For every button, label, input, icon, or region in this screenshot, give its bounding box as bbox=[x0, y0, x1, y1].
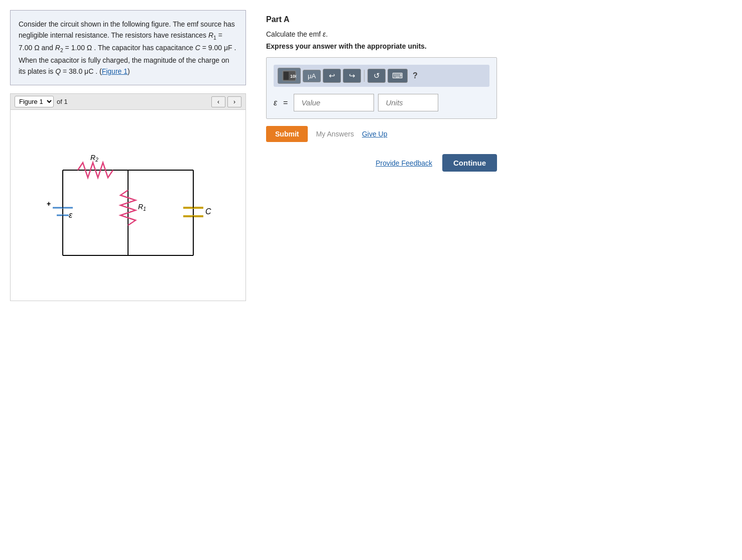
figure-next-button[interactable]: › bbox=[227, 96, 241, 107]
figure-of-label: of 1 bbox=[57, 98, 68, 105]
figure-panel: Figure 1 of 1 ‹ › bbox=[10, 93, 246, 301]
left-panel: Consider the circuit shown in the follow… bbox=[10, 10, 246, 550]
problem-box: Consider the circuit shown in the follow… bbox=[10, 10, 246, 85]
part-instruction-bold: Express your answer with the appropriate… bbox=[266, 42, 722, 50]
epsilon-label: ε bbox=[274, 98, 277, 107]
right-panel: Part A Calculate the emf ε. Express your… bbox=[256, 10, 732, 550]
problem-text: Consider the circuit shown in the follow… bbox=[19, 20, 236, 75]
svg-text:ε: ε bbox=[69, 211, 73, 219]
svg-rect-20 bbox=[284, 72, 289, 80]
continue-button[interactable]: Continue bbox=[442, 154, 497, 172]
toolbar-undo-button[interactable]: ↩ bbox=[323, 69, 341, 83]
action-row: Submit My Answers Give Up bbox=[266, 126, 722, 142]
provide-feedback-link[interactable]: Provide Feedback bbox=[376, 159, 432, 167]
toolbar-help-button[interactable]: ? bbox=[410, 70, 421, 81]
toolbar-100-button[interactable]: 100 bbox=[278, 68, 301, 84]
toolbar-ua-label: μA bbox=[308, 72, 316, 80]
figure-content: + ε R2 R1 bbox=[11, 110, 245, 301]
svg-text:R2: R2 bbox=[90, 154, 98, 163]
figure-link[interactable]: Figure 1 bbox=[102, 67, 128, 75]
equals-label: = bbox=[283, 98, 288, 107]
units-input[interactable] bbox=[378, 94, 438, 111]
figure-prev-button[interactable]: ‹ bbox=[211, 96, 225, 107]
my-answers-link[interactable]: My Answers bbox=[316, 130, 353, 138]
svg-text:R1: R1 bbox=[138, 203, 146, 212]
value-input[interactable] bbox=[294, 94, 374, 111]
svg-text:100: 100 bbox=[290, 74, 296, 79]
svg-text:+: + bbox=[47, 200, 51, 208]
toolbar-refresh-button[interactable]: ↺ bbox=[367, 69, 386, 83]
figure-nav-group: ‹ › bbox=[211, 96, 241, 107]
circuit-diagram: + ε R2 R1 bbox=[33, 120, 223, 291]
bottom-actions: Provide Feedback Continue bbox=[266, 154, 497, 172]
toolbar-keyboard-button[interactable]: ⌨ bbox=[388, 69, 408, 83]
part-instruction: Calculate the emf ε. bbox=[266, 30, 722, 38]
submit-button[interactable]: Submit bbox=[266, 126, 308, 142]
figure-select[interactable]: Figure 1 bbox=[15, 96, 54, 107]
input-row: ε = bbox=[274, 94, 489, 111]
answer-box: 100 μA ↩ ↪ ↺ ⌨ ? ε = bbox=[266, 57, 497, 119]
part-title: Part A bbox=[266, 15, 722, 24]
svg-text:C: C bbox=[205, 207, 211, 216]
toolbar-redo-button[interactable]: ↪ bbox=[343, 69, 361, 83]
toolbar-ua-button[interactable]: μA bbox=[303, 70, 321, 82]
answer-toolbar: 100 μA ↩ ↪ ↺ ⌨ ? bbox=[274, 65, 489, 87]
unit-icon: 100 bbox=[282, 70, 296, 81]
give-up-link[interactable]: Give Up bbox=[362, 130, 388, 138]
figure-header: Figure 1 of 1 ‹ › bbox=[11, 94, 245, 110]
toolbar-divider bbox=[364, 70, 364, 82]
